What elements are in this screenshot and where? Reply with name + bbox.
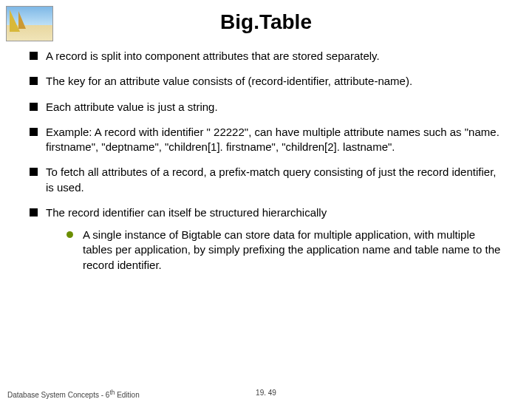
footer-page-number: 19. 49 [7,389,525,397]
slide: Big.Table A record is split into compone… [0,0,532,399]
bullet-item: The record identifier can itself be stru… [30,205,507,273]
slide-content: A record is split into component attribu… [0,49,532,273]
bullet-text: The record identifier can itself be stru… [46,206,327,219]
bullet-item: To fetch all attributes of a record, a p… [30,165,507,195]
bullet-item: A record is split into component attribu… [30,49,507,64]
logo-image [6,6,53,41]
bullet-item: The key for an attribute value consists … [30,74,507,89]
sub-bullet-item: A single instance of Bigtable can store … [66,228,507,273]
bullet-item: Each attribute value is just a string. [30,100,507,115]
bullet-item: Example: A record with identifier " 2222… [30,125,507,155]
slide-title: Big.Table [0,0,532,49]
